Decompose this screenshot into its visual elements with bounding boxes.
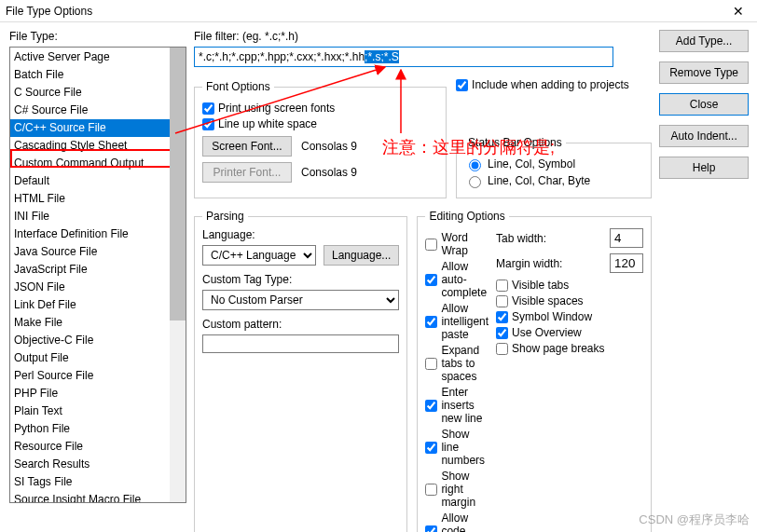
list-item[interactable]: Source Insight Macro File xyxy=(10,491,186,503)
printer-font-button: Printer Font... xyxy=(202,162,292,183)
list-item[interactable]: Custom Command Output xyxy=(10,155,186,172)
custom-tag-select[interactable]: No Custom Parser xyxy=(202,290,399,310)
radio-line-col-symbol[interactable] xyxy=(469,159,481,171)
scrollbar[interactable] xyxy=(170,48,186,502)
list-item[interactable]: Active Server Page xyxy=(10,48,186,66)
list-item[interactable]: JavaScript File xyxy=(10,261,186,279)
custom-tag-label: Custom Tag Type: xyxy=(202,273,399,286)
list-item[interactable]: Java Source File xyxy=(10,243,186,261)
list-item[interactable]: Plain Text xyxy=(10,402,186,420)
list-item[interactable]: Default xyxy=(10,172,186,190)
cb-auto-complete[interactable] xyxy=(425,274,437,286)
remove-type-button[interactable]: Remove Type xyxy=(659,61,749,84)
list-item[interactable]: Batch File xyxy=(10,66,186,84)
cb-print-screen-fonts[interactable] xyxy=(202,102,214,115)
cb-symbol-window[interactable] xyxy=(496,311,508,323)
list-item[interactable]: Link Def File xyxy=(10,296,186,314)
list-item[interactable]: Resource File xyxy=(10,438,186,456)
cb-include-projects[interactable] xyxy=(456,79,468,91)
cb-enter-newline[interactable] xyxy=(425,400,437,412)
cb-page-breaks[interactable] xyxy=(496,343,508,355)
list-item[interactable]: Interface Definition File xyxy=(10,225,186,243)
cb-code-snippets[interactable] xyxy=(425,525,437,533)
list-item[interactable]: Search Results xyxy=(10,456,186,473)
auto-indent-button[interactable]: Auto Indent... xyxy=(659,125,749,147)
list-item[interactable]: C# Source File xyxy=(10,102,186,119)
close-icon[interactable]: ✕ xyxy=(720,0,757,22)
cb-right-margin[interactable] xyxy=(425,484,437,496)
list-item[interactable]: C/C++ Source File xyxy=(10,119,186,137)
add-type-button[interactable]: Add Type... xyxy=(659,30,749,52)
language-button[interactable]: Language... xyxy=(323,245,399,266)
window-title: File Type Options xyxy=(6,5,92,18)
list-item[interactable]: Output File xyxy=(10,349,186,367)
language-label: Language: xyxy=(202,228,399,241)
custom-pattern-label: Custom pattern: xyxy=(202,318,399,331)
cb-visible-spaces[interactable] xyxy=(496,295,508,307)
custom-pattern-input[interactable] xyxy=(202,334,399,353)
close-button[interactable]: Close xyxy=(659,93,749,116)
margin-width-input[interactable] xyxy=(610,253,643,273)
cb-expand-tabs[interactable] xyxy=(425,358,437,370)
screen-font-button[interactable]: Screen Font... xyxy=(202,136,292,157)
language-select[interactable]: C/C++ Language xyxy=(202,245,316,266)
radio-line-col-char-byte[interactable] xyxy=(469,176,481,188)
cb-visible-tabs[interactable] xyxy=(496,280,508,292)
cb-lineup-whitespace[interactable] xyxy=(202,118,214,130)
editing-legend: Editing Options xyxy=(425,210,508,223)
status-bar-legend: Status Bar Options xyxy=(464,136,566,149)
list-item[interactable]: Perl Source File xyxy=(10,367,186,385)
file-type-label: File Type: xyxy=(9,30,186,43)
tab-width-input[interactable] xyxy=(610,228,643,248)
list-item[interactable]: PHP File xyxy=(10,385,186,402)
help-button[interactable]: Help xyxy=(659,157,749,179)
tab-width-label: Tab width: xyxy=(496,232,604,245)
file-filter-label: File filter: (eg. *.c;*.h) xyxy=(194,30,652,43)
cb-word-wrap[interactable] xyxy=(425,239,437,251)
list-item[interactable]: Make File xyxy=(10,314,186,332)
file-filter-input[interactable]: *.c;*.h;*.cpp;*.hpp;*.cxx;*.hxx;*.hh;*.s… xyxy=(194,47,613,67)
cb-use-overview[interactable] xyxy=(496,327,508,339)
parsing-legend: Parsing xyxy=(202,210,248,223)
cb-line-numbers[interactable] xyxy=(425,442,437,454)
font-options-legend: Font Options xyxy=(202,80,274,93)
margin-width-label: Margin width: xyxy=(496,257,604,270)
list-item[interactable]: INI File xyxy=(10,208,186,225)
list-item[interactable]: C Source File xyxy=(10,84,186,102)
watermark: CSDN @程序员李哈 xyxy=(639,512,750,528)
list-item[interactable]: Objective-C File xyxy=(10,332,186,349)
list-item[interactable]: JSON File xyxy=(10,279,186,296)
list-item[interactable]: Python File xyxy=(10,420,186,438)
screen-font-name: Consolas 9 xyxy=(301,140,357,153)
list-item[interactable]: SI Tags File xyxy=(10,473,186,491)
filter-value: *.c;*.h;*.cpp;*.hpp;*.cxx;*.hxx;*.hh xyxy=(199,50,365,63)
cb-intelligent-paste[interactable] xyxy=(425,316,437,328)
list-item[interactable]: HTML File xyxy=(10,190,186,208)
printer-font-name: Consolas 9 xyxy=(301,166,357,179)
filter-value-selected: ;*.s;*.S xyxy=(365,50,399,63)
file-type-listbox[interactable]: Active Server PageBatch FileC Source Fil… xyxy=(9,47,186,503)
list-item[interactable]: Cascading Style Sheet xyxy=(10,137,186,155)
